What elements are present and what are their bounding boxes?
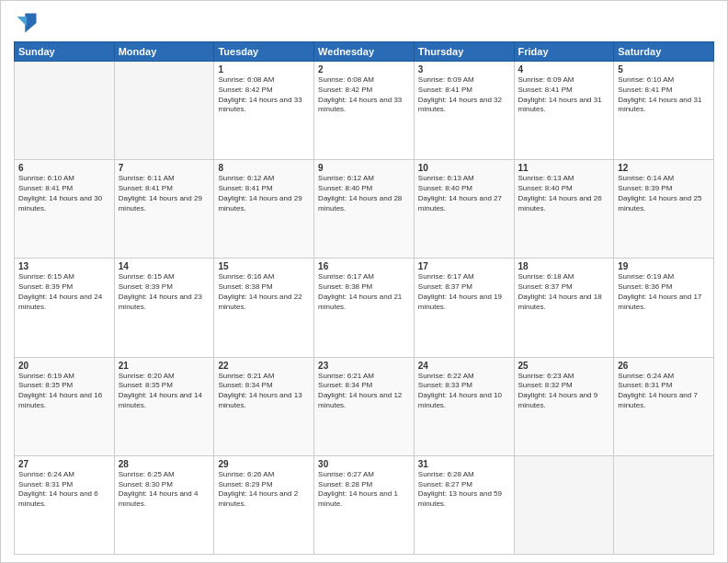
cell-details: Sunrise: 6:28 AMSunset: 8:27 PMDaylight:… <box>418 470 510 510</box>
calendar-cell: 5Sunrise: 6:10 AMSunset: 8:41 PMDaylight… <box>614 62 714 160</box>
cell-details: Sunrise: 6:08 AMSunset: 8:42 PMDaylight:… <box>218 75 310 115</box>
day-number: 15 <box>218 261 310 271</box>
cell-details: Sunrise: 6:25 AMSunset: 8:30 PMDaylight:… <box>119 470 210 510</box>
day-number: 21 <box>119 361 210 371</box>
day-number: 25 <box>518 361 610 371</box>
svg-marker-0 <box>25 14 36 33</box>
calendar-cell: 23Sunrise: 6:21 AMSunset: 8:34 PMDayligh… <box>314 357 415 455</box>
calendar-week-row: 13Sunrise: 6:15 AMSunset: 8:39 PMDayligh… <box>15 259 714 357</box>
weekday-header-tuesday: Tuesday <box>214 42 314 62</box>
day-number: 26 <box>618 361 710 371</box>
day-number: 3 <box>418 64 510 75</box>
day-number: 9 <box>318 163 410 173</box>
weekday-header-sunday: Sunday <box>15 42 115 62</box>
cell-details: Sunrise: 6:10 AMSunset: 8:41 PMDaylight:… <box>618 75 710 115</box>
calendar-cell: 20Sunrise: 6:19 AMSunset: 8:35 PMDayligh… <box>15 357 115 455</box>
day-number: 19 <box>618 261 710 271</box>
calendar-cell: 7Sunrise: 6:11 AMSunset: 8:41 PMDaylight… <box>114 160 214 259</box>
day-number: 31 <box>418 459 510 469</box>
calendar-cell: 25Sunrise: 6:23 AMSunset: 8:32 PMDayligh… <box>514 357 614 455</box>
day-number: 16 <box>318 261 410 271</box>
cell-details: Sunrise: 6:19 AMSunset: 8:36 PMDaylight:… <box>618 272 710 312</box>
cell-details: Sunrise: 6:21 AMSunset: 8:34 PMDaylight:… <box>318 372 410 411</box>
day-number: 4 <box>518 64 610 75</box>
calendar-cell: 31Sunrise: 6:28 AMSunset: 8:27 PMDayligh… <box>414 455 514 554</box>
calendar-cell: 14Sunrise: 6:15 AMSunset: 8:39 PMDayligh… <box>114 259 214 357</box>
calendar-cell: 16Sunrise: 6:17 AMSunset: 8:38 PMDayligh… <box>314 259 415 357</box>
calendar-cell <box>15 62 115 160</box>
day-number: 5 <box>618 64 710 75</box>
calendar-cell: 19Sunrise: 6:19 AMSunset: 8:36 PMDayligh… <box>614 259 714 357</box>
weekday-header-wednesday: Wednesday <box>314 42 415 62</box>
logo-icon <box>14 10 40 36</box>
day-number: 17 <box>418 261 510 271</box>
calendar-cell: 10Sunrise: 6:13 AMSunset: 8:40 PMDayligh… <box>414 160 514 259</box>
weekday-header-monday: Monday <box>114 42 214 62</box>
calendar-table: SundayMondayTuesdayWednesdayThursdayFrid… <box>14 41 714 555</box>
day-number: 12 <box>618 163 710 173</box>
cell-details: Sunrise: 6:27 AMSunset: 8:28 PMDaylight:… <box>318 470 410 510</box>
calendar-week-row: 27Sunrise: 6:24 AMSunset: 8:31 PMDayligh… <box>15 455 714 554</box>
weekday-header-thursday: Thursday <box>414 42 514 62</box>
cell-details: Sunrise: 6:16 AMSunset: 8:38 PMDaylight:… <box>218 272 310 312</box>
day-number: 29 <box>218 459 310 469</box>
cell-details: Sunrise: 6:09 AMSunset: 8:41 PMDaylight:… <box>518 75 610 115</box>
cell-details: Sunrise: 6:12 AMSunset: 8:40 PMDaylight:… <box>318 174 410 213</box>
day-number: 13 <box>18 261 110 271</box>
day-number: 28 <box>119 459 210 469</box>
calendar-cell: 22Sunrise: 6:21 AMSunset: 8:34 PMDayligh… <box>214 357 314 455</box>
calendar-week-row: 6Sunrise: 6:10 AMSunset: 8:41 PMDaylight… <box>15 160 714 259</box>
calendar-cell: 4Sunrise: 6:09 AMSunset: 8:41 PMDaylight… <box>514 62 614 160</box>
calendar-cell: 28Sunrise: 6:25 AMSunset: 8:30 PMDayligh… <box>114 455 214 554</box>
day-number: 1 <box>218 64 310 75</box>
weekday-header-friday: Friday <box>514 42 614 62</box>
day-number: 18 <box>518 261 610 271</box>
day-number: 27 <box>18 459 110 469</box>
calendar-header-row: SundayMondayTuesdayWednesdayThursdayFrid… <box>15 42 714 62</box>
cell-details: Sunrise: 6:14 AMSunset: 8:39 PMDaylight:… <box>618 174 710 213</box>
calendar-week-row: 1Sunrise: 6:08 AMSunset: 8:42 PMDaylight… <box>15 62 714 160</box>
calendar-cell: 29Sunrise: 6:26 AMSunset: 8:29 PMDayligh… <box>214 455 314 554</box>
page: SundayMondayTuesdayWednesdayThursdayFrid… <box>0 0 728 563</box>
calendar-cell: 6Sunrise: 6:10 AMSunset: 8:41 PMDaylight… <box>15 160 115 259</box>
calendar-cell <box>114 62 214 160</box>
cell-details: Sunrise: 6:22 AMSunset: 8:33 PMDaylight:… <box>418 372 510 411</box>
cell-details: Sunrise: 6:12 AMSunset: 8:41 PMDaylight:… <box>218 174 310 213</box>
day-number: 20 <box>18 361 110 371</box>
day-number: 6 <box>18 163 110 173</box>
day-number: 30 <box>318 459 410 469</box>
calendar-cell: 18Sunrise: 6:18 AMSunset: 8:37 PMDayligh… <box>514 259 614 357</box>
day-number: 11 <box>518 163 610 173</box>
day-number: 14 <box>119 261 210 271</box>
cell-details: Sunrise: 6:13 AMSunset: 8:40 PMDaylight:… <box>518 174 610 213</box>
cell-details: Sunrise: 6:17 AMSunset: 8:37 PMDaylight:… <box>418 272 510 312</box>
day-number: 23 <box>318 361 410 371</box>
day-number: 22 <box>218 361 310 371</box>
svg-marker-1 <box>17 17 28 27</box>
header <box>14 10 714 36</box>
calendar-cell: 13Sunrise: 6:15 AMSunset: 8:39 PMDayligh… <box>15 259 115 357</box>
cell-details: Sunrise: 6:15 AMSunset: 8:39 PMDaylight:… <box>18 272 110 312</box>
cell-details: Sunrise: 6:19 AMSunset: 8:35 PMDaylight:… <box>18 372 110 411</box>
cell-details: Sunrise: 6:10 AMSunset: 8:41 PMDaylight:… <box>18 174 110 213</box>
day-number: 10 <box>418 163 510 173</box>
day-number: 7 <box>119 163 210 173</box>
cell-details: Sunrise: 6:08 AMSunset: 8:42 PMDaylight:… <box>318 75 410 115</box>
logo <box>14 10 43 36</box>
calendar-cell: 8Sunrise: 6:12 AMSunset: 8:41 PMDaylight… <box>214 160 314 259</box>
calendar-week-row: 20Sunrise: 6:19 AMSunset: 8:35 PMDayligh… <box>15 357 714 455</box>
calendar-cell: 15Sunrise: 6:16 AMSunset: 8:38 PMDayligh… <box>214 259 314 357</box>
cell-details: Sunrise: 6:18 AMSunset: 8:37 PMDaylight:… <box>518 272 610 312</box>
calendar-cell: 3Sunrise: 6:09 AMSunset: 8:41 PMDaylight… <box>414 62 514 160</box>
calendar-cell <box>614 455 714 554</box>
cell-details: Sunrise: 6:09 AMSunset: 8:41 PMDaylight:… <box>418 75 510 115</box>
calendar-cell: 12Sunrise: 6:14 AMSunset: 8:39 PMDayligh… <box>614 160 714 259</box>
cell-details: Sunrise: 6:20 AMSunset: 8:35 PMDaylight:… <box>119 372 210 411</box>
day-number: 2 <box>318 64 410 75</box>
calendar-cell: 30Sunrise: 6:27 AMSunset: 8:28 PMDayligh… <box>314 455 415 554</box>
day-number: 8 <box>218 163 310 173</box>
cell-details: Sunrise: 6:11 AMSunset: 8:41 PMDaylight:… <box>119 174 210 213</box>
cell-details: Sunrise: 6:23 AMSunset: 8:32 PMDaylight:… <box>518 372 610 411</box>
calendar-cell: 17Sunrise: 6:17 AMSunset: 8:37 PMDayligh… <box>414 259 514 357</box>
calendar-cell: 1Sunrise: 6:08 AMSunset: 8:42 PMDaylight… <box>214 62 314 160</box>
